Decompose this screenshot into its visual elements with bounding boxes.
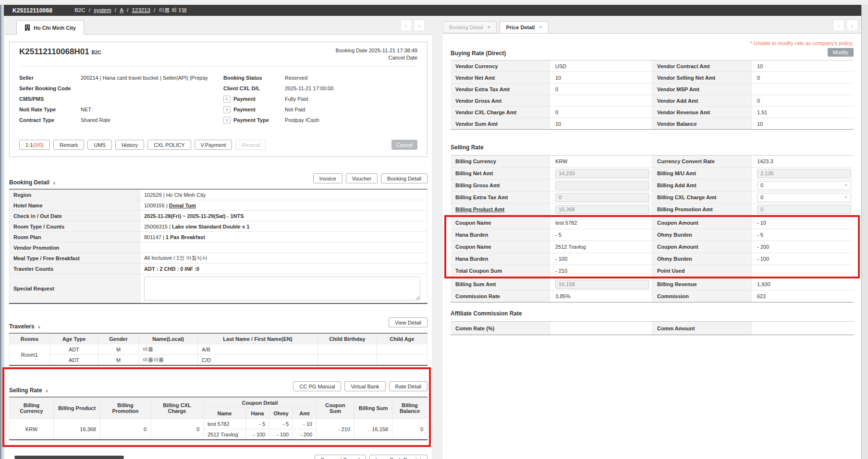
column-header: Billing Balance — [392, 397, 428, 419]
special-request-textarea[interactable] — [144, 277, 420, 301]
traveler-cell — [377, 344, 428, 355]
issue-cash-receipt-button[interactable]: Issue Cash Receipt — [369, 455, 428, 459]
collapse-icon[interactable]: ∧ — [52, 181, 56, 185]
hotel-icon — [24, 24, 30, 31]
payment-cancel-button[interactable]: Payment Cancel — [315, 455, 366, 459]
amount-input[interactable] — [757, 181, 851, 190]
traveler-row: ADTM이름이름C/D — [10, 355, 428, 366]
collapse-icon[interactable]: ∧ — [45, 388, 49, 393]
collapse-icon[interactable]: ∧ — [37, 325, 41, 329]
one-to-one-inquiry-button[interactable]: 1:1 (0/0) — [19, 140, 50, 150]
booking-code: K25112110068H01 — [19, 47, 89, 56]
clear-input-icon[interactable]: ✕ — [844, 183, 848, 188]
tab-booking-detail[interactable]: Booking Detail ✕ — [443, 21, 497, 33]
coupon-ohmy: - 100 — [269, 429, 293, 440]
column-header: Billing Promotion — [100, 397, 151, 419]
column-header: Child Birthday — [318, 333, 377, 344]
field-label: Vendor Sum Amt — [451, 118, 550, 129]
field-label: Vendor Add Amt — [652, 95, 752, 106]
rate-detail-button[interactable]: Rate Detail — [389, 381, 428, 391]
tab-price-detail[interactable]: Price Detail ✕ — [500, 21, 548, 33]
prev-tab-button[interactable]: ‹ — [833, 20, 844, 31]
field-value-strong: 1 Pax Breakfast — [166, 234, 205, 240]
field-label: Billing Net Amt — [451, 168, 550, 179]
column-header: Billing Currency — [10, 397, 54, 419]
payment-type-badge: V — [223, 106, 231, 113]
virtual-bank-button[interactable]: Virtual Bank — [344, 381, 385, 391]
field-label-text: Client CXL D/L — [223, 85, 260, 91]
prev-tab-button[interactable]: ‹ — [400, 20, 412, 31]
hotel-link[interactable]: Donal Tum — [169, 203, 196, 208]
field-value: - 100 — [752, 253, 854, 265]
close-icon[interactable]: ✕ — [538, 25, 542, 30]
resend-button[interactable]: Resend — [235, 140, 266, 150]
invoice-button[interactable]: Invoice — [313, 173, 342, 183]
card-action-button[interactable]: Remark — [53, 140, 85, 150]
billing-product-link[interactable]: Billing Product Amt — [451, 204, 550, 215]
table-row: Meal Type / Free BreakfastAll Inclusive … — [10, 253, 428, 264]
next-tab-button[interactable]: › — [846, 20, 858, 31]
booking-info-right-column: Booking StatusReservedClient CXL D/L2025… — [223, 72, 417, 125]
field-value: Shared Rate — [81, 117, 110, 123]
next-tab-button[interactable]: › — [414, 20, 425, 31]
field-label: Hana Burden — [451, 253, 550, 265]
tab-ho-chi-minh-city[interactable]: Ho Chi Minh City — [16, 20, 84, 35]
field-value: 2025-11-28(Fri) ~ 2025-11-29(Sat) - 1NTS — [140, 211, 428, 221]
amount-input[interactable] — [757, 193, 851, 202]
scrollbar-thumb[interactable] — [14, 456, 124, 459]
booking-detail-button[interactable]: Booking Detail — [381, 173, 428, 183]
column-header: Age Type — [50, 333, 98, 344]
field-value-text: All Inclusive / 1인 아침식사 — [144, 255, 207, 261]
selling-rate-table: Billing Currency Billing Product Billing… — [9, 397, 428, 440]
breadcrumb-link[interactable]: system — [94, 7, 111, 13]
modify-button[interactable]: Modify — [828, 48, 854, 57]
amount-input — [757, 205, 851, 214]
field-value-strong: ADT : 2 CHD : 0 INF :0 — [144, 266, 199, 272]
info-row: Seller200214 | Hana card travel bucket |… — [19, 72, 223, 83]
section-title-text: Selling Rate — [9, 387, 42, 394]
card-action-button[interactable]: CXL POLICY — [147, 140, 191, 150]
table-row: Hotel Name1009155 | Donal Tum — [10, 200, 428, 211]
field-label: Billing Add Amt — [652, 180, 752, 191]
field-label: Total Coupon Sum — [451, 265, 550, 277]
breadcrumb-link[interactable]: A — [120, 7, 123, 13]
view-detail-button[interactable]: View Detail — [389, 317, 428, 327]
table-row: Check in / Out Date2025-11-28(Fri) ~ 202… — [10, 211, 428, 221]
field-value: 1009155 | Donal Tum — [140, 200, 428, 211]
travelers-table: Rooms Age Type Gender Name(Local) Last N… — [9, 333, 428, 366]
field-label: Region — [10, 189, 140, 200]
card-action-button[interactable]: UMS — [87, 140, 111, 150]
close-icon[interactable]: ✕ — [487, 25, 491, 30]
info-row: Noti Rate TypeNET — [19, 104, 223, 115]
payment-type-badge: V — [223, 117, 231, 124]
table-row: Vendor Sum Amt10Vendor Balance10 — [451, 118, 854, 129]
traveler-cell: M — [98, 355, 139, 366]
table-row: Comm Rate (%)Comm Amount — [451, 322, 854, 335]
breadcrumb-link[interactable]: 123213 — [132, 7, 150, 13]
table-row: Vendor Promotion — [10, 242, 428, 253]
field-value: - 100 — [550, 253, 652, 265]
card-action-button[interactable]: V.Payment — [195, 140, 232, 150]
traveler-cell: C/D — [198, 355, 318, 366]
billing-sum: 16,158 — [355, 419, 392, 440]
voucher-button[interactable]: Voucher — [346, 173, 378, 183]
payment-type-badge: C — [223, 96, 231, 103]
field-label: Billing M/U Amt — [652, 168, 752, 179]
selling-rate-rows: Billing Sum AmtBilling Revenue1,930Commi… — [451, 278, 854, 302]
booking-summary-card: K25112110068H01B2C Booking Date 2025-11-… — [9, 42, 428, 157]
card-action-button[interactable]: History — [115, 140, 144, 150]
field-label: Vendor Promotion — [10, 242, 140, 253]
clear-input-icon[interactable]: ✕ — [844, 195, 848, 200]
booking-panel: K25112110068H01B2C Booking Date 2025-11-… — [5, 34, 432, 459]
cancel-booking-button[interactable]: Cancel — [391, 140, 417, 150]
field-value: ADT : 2 CHD : 0 INF :0 — [140, 264, 428, 274]
section-title-affiliate: Affiliate Commission Rate — [451, 310, 854, 317]
field-label: CPayment — [223, 96, 285, 103]
cc-pg-manual-button[interactable]: CC PG Manual — [293, 381, 341, 391]
field-label: Vendor Gross Amt — [451, 95, 550, 106]
field-label: Billing Promotion Amt — [652, 204, 752, 215]
field-value: test 5782 — [550, 217, 652, 229]
column-header: Name — [204, 408, 246, 419]
booking-detail-table: Region102529 | Ho Chi Minh CityHotel Nam… — [9, 189, 428, 304]
field-label: Vendor Currency — [451, 60, 550, 72]
